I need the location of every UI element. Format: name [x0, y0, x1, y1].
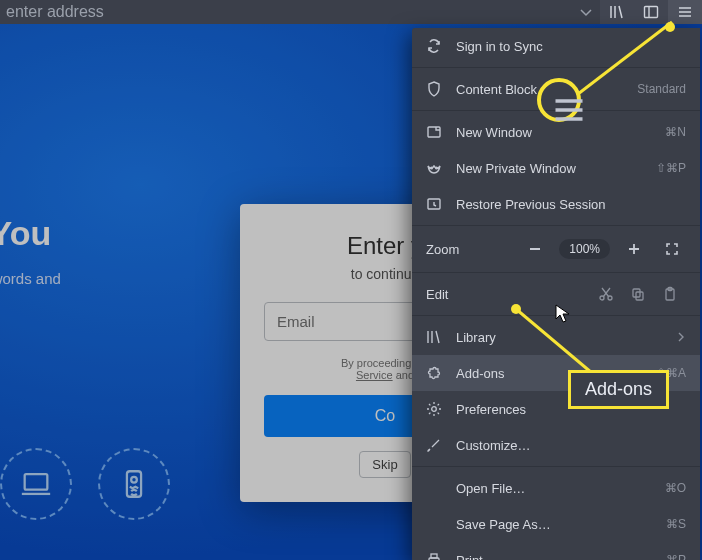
- svg-rect-5: [428, 127, 440, 137]
- menu-save-page[interactable]: Save Page As… ⌘S: [412, 506, 700, 542]
- menu-separator: [412, 466, 700, 467]
- window-icon: [426, 124, 442, 140]
- menu-addons[interactable]: Add-ons ⇧⌘A: [412, 355, 700, 391]
- cut-button[interactable]: [590, 286, 622, 302]
- svg-point-10: [608, 296, 612, 300]
- copy-button[interactable]: [622, 286, 654, 302]
- menu-separator: [412, 272, 700, 273]
- zoom-in-button[interactable]: [620, 237, 648, 261]
- svg-point-15: [432, 407, 437, 412]
- sidebar-toolbar-button[interactable]: [634, 0, 668, 24]
- brush-icon: [426, 437, 442, 453]
- zoom-label: Zoom: [426, 242, 486, 257]
- menu-separator: [412, 110, 700, 111]
- blank-icon: [426, 480, 442, 496]
- menu-separator: [412, 315, 700, 316]
- blank-icon: [426, 516, 442, 532]
- library-icon: [426, 329, 442, 345]
- sync-icon: [426, 38, 442, 54]
- menu-library[interactable]: Library: [412, 319, 700, 355]
- menu-new-private-window[interactable]: New Private Window ⇧⌘P: [412, 150, 700, 186]
- shield-icon: [426, 81, 442, 97]
- menu-print[interactable]: Print… ⌘P: [412, 542, 700, 560]
- zoom-percent[interactable]: 100%: [559, 239, 610, 259]
- svg-point-7: [436, 167, 438, 169]
- printer-icon: [426, 552, 442, 560]
- menu-open-file[interactable]: Open File… ⌘O: [412, 470, 700, 506]
- browser-toolbar: enter address: [0, 0, 702, 24]
- toolbar-buttons: [600, 0, 702, 24]
- url-placeholder: enter address: [6, 3, 104, 21]
- menu-separator: [412, 67, 700, 68]
- paste-button[interactable]: [654, 286, 686, 302]
- restore-icon: [426, 196, 442, 212]
- menu-new-window[interactable]: New Window ⌘N: [412, 114, 700, 150]
- menu-separator: [412, 225, 700, 226]
- zoom-out-button[interactable]: [521, 237, 549, 261]
- mask-icon: [426, 160, 442, 176]
- fullscreen-button[interactable]: [658, 237, 686, 261]
- gear-icon: [426, 401, 442, 417]
- svg-point-9: [600, 296, 604, 300]
- menu-zoom-row: Zoom 100%: [412, 229, 700, 269]
- svg-rect-0: [645, 7, 658, 18]
- chevron-right-icon: [676, 330, 686, 345]
- menu-restore-session[interactable]: Restore Previous Session: [412, 186, 700, 222]
- urlbar-dropdown-icon[interactable]: [578, 4, 594, 20]
- menu-customize[interactable]: Customize…: [412, 427, 700, 463]
- url-bar[interactable]: enter address: [0, 0, 600, 24]
- svg-rect-17: [431, 554, 437, 558]
- menu-content-blocking[interactable]: Content Block Standard: [412, 71, 700, 107]
- menu-edit-row: Edit: [412, 276, 700, 312]
- edit-label: Edit: [426, 287, 590, 302]
- app-menu-button[interactable]: [668, 0, 702, 24]
- library-toolbar-button[interactable]: [600, 0, 634, 24]
- svg-point-6: [431, 167, 433, 169]
- menu-sign-in[interactable]: Sign in to Sync: [412, 28, 700, 64]
- menu-preferences[interactable]: Preferences: [412, 391, 700, 427]
- app-menu-panel: Sign in to Sync Content Block Standard N…: [412, 28, 700, 560]
- puzzle-icon: [426, 365, 442, 381]
